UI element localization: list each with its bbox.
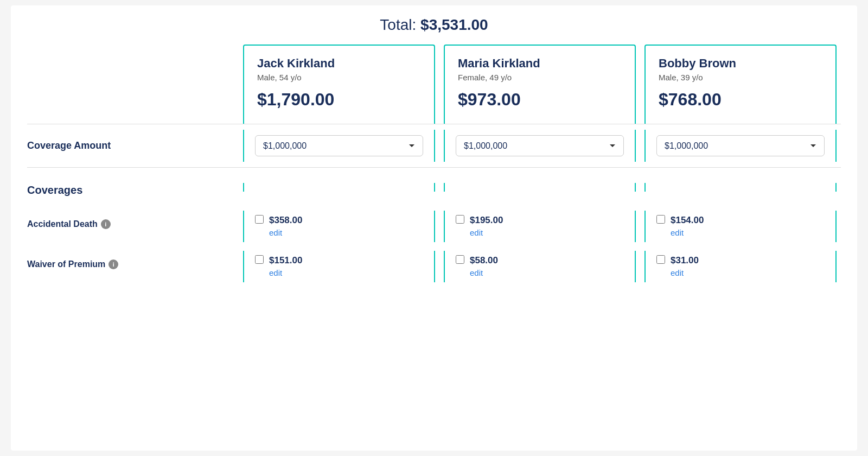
person-details-maria: Female, 49 y/o <box>458 73 622 82</box>
waiver-premium-maria-edit[interactable]: edit <box>470 268 483 277</box>
waiver-premium-bobby-edit[interactable]: edit <box>671 268 684 277</box>
persons-header-row: Jack Kirkland Male, 54 y/o $1,790.00 Mar… <box>27 45 841 124</box>
coverage-amount-bobby-select[interactable]: $1,000,000 <box>656 135 825 156</box>
total-amount: $3,531.00 <box>420 16 488 33</box>
person-premium-bobby: $768.00 <box>659 90 822 110</box>
coverages-heading-row: Coverages <box>27 168 841 206</box>
waiver-premium-jack-cell: $151.00 edit <box>243 251 435 282</box>
waiver-premium-maria-price: $58.00 <box>470 255 498 266</box>
coverage-amount-jack-select[interactable]: $1,000,000 <box>255 135 423 156</box>
person-name-maria: Maria Kirkland <box>458 56 622 71</box>
waiver-premium-maria-checkbox[interactable] <box>456 255 464 264</box>
accidental-death-bobby-edit[interactable]: edit <box>671 228 684 237</box>
waiver-premium-bobby-price: $31.00 <box>671 255 699 266</box>
accidental-death-jack-edit[interactable]: edit <box>269 228 282 237</box>
person-name-jack: Jack Kirkland <box>257 56 421 71</box>
accidental-death-bobby-cell: $154.00 edit <box>644 211 837 242</box>
total-header: Total: $3,531.00 <box>27 16 841 34</box>
person-card-maria: Maria Kirkland Female, 49 y/o $973.00 <box>444 45 636 124</box>
coverage-amount-row: Coverage Amount $1,000,000 $1,000,000 $1… <box>27 124 841 168</box>
accidental-death-info-icon[interactable]: i <box>101 219 111 229</box>
coverage-amount-maria-select[interactable]: $1,000,000 <box>456 135 624 156</box>
coverages-section-label: Coverages <box>27 173 239 201</box>
waiver-premium-info-icon[interactable]: i <box>108 259 118 269</box>
accidental-death-jack-price: $358.00 <box>269 215 302 226</box>
accidental-death-maria-checkbox[interactable] <box>456 215 464 224</box>
person-card-jack: Jack Kirkland Male, 54 y/o $1,790.00 <box>243 45 435 124</box>
total-label: Total: <box>380 16 416 33</box>
person-card-bobby: Bobby Brown Male, 39 y/o $768.00 <box>644 45 837 124</box>
waiver-premium-bobby-checkbox[interactable] <box>656 255 665 264</box>
accidental-death-label: Accidental Death <box>27 219 98 229</box>
accidental-death-bobby-checkbox[interactable] <box>656 215 665 224</box>
coverages-spacer-maria <box>444 183 636 192</box>
accidental-death-bobby-price: $154.00 <box>671 215 704 226</box>
waiver-premium-maria-cell: $58.00 edit <box>444 251 636 282</box>
person-details-jack: Male, 54 y/o <box>257 73 421 82</box>
coverage-amount-maria-cell: $1,000,000 <box>444 130 636 162</box>
waiver-premium-jack-price: $151.00 <box>269 255 302 266</box>
waiver-premium-bobby-cell: $31.00 edit <box>644 251 837 282</box>
coverages-spacer-jack <box>243 183 435 192</box>
person-premium-maria: $973.00 <box>458 90 622 110</box>
person-details-bobby: Male, 39 y/o <box>659 73 822 82</box>
coverage-amount-bobby-cell: $1,000,000 <box>644 130 837 162</box>
accidental-death-jack-cell: $358.00 edit <box>243 211 435 242</box>
page-wrapper: Total: $3,531.00 Jack Kirkland Male, 54 … <box>11 5 857 451</box>
waiver-premium-jack-edit[interactable]: edit <box>269 268 282 277</box>
waiver-premium-label-cell: Waiver of Premium i <box>27 251 239 274</box>
waiver-premium-row: Waiver of Premium i $151.00 edit $58.00 … <box>27 246 841 287</box>
coverage-amount-jack-cell: $1,000,000 <box>243 130 435 162</box>
accidental-death-jack-checkbox[interactable] <box>255 215 264 224</box>
accidental-death-maria-price: $195.00 <box>470 215 503 226</box>
coverage-amount-label: Coverage Amount <box>27 131 239 160</box>
person-name-bobby: Bobby Brown <box>659 56 822 71</box>
coverages-spacer-bobby <box>644 183 837 192</box>
waiver-premium-jack-checkbox[interactable] <box>255 255 264 264</box>
accidental-death-maria-edit[interactable]: edit <box>470 228 483 237</box>
accidental-death-row: Accidental Death i $358.00 edit $195.00 … <box>27 206 841 246</box>
waiver-premium-label: Waiver of Premium <box>27 259 105 269</box>
accidental-death-maria-cell: $195.00 edit <box>444 211 636 242</box>
accidental-death-label-cell: Accidental Death i <box>27 211 239 233</box>
header-spacer <box>27 45 239 124</box>
person-premium-jack: $1,790.00 <box>257 90 421 110</box>
content-area: Jack Kirkland Male, 54 y/o $1,790.00 Mar… <box>27 45 841 287</box>
